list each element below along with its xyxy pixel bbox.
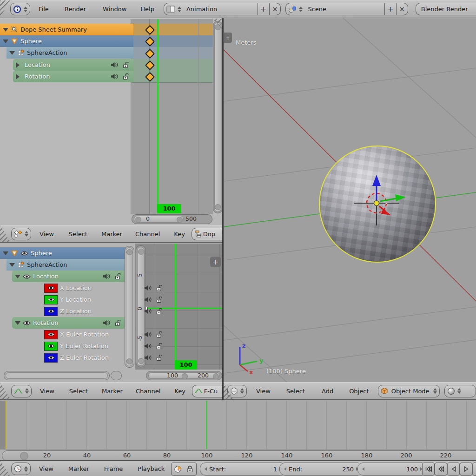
zoom-handle-dot[interactable] <box>177 217 183 223</box>
visibility-eye-icon[interactable] <box>47 297 55 302</box>
stepper-arrows[interactable] <box>299 7 303 12</box>
graph-channels-v-scrollbar[interactable] <box>125 246 134 368</box>
collapse-triangle-icon[interactable] <box>15 275 20 278</box>
channel-rotation-group[interactable]: Rotation <box>12 317 127 329</box>
auto-keyframe-button[interactable] <box>171 463 185 476</box>
viewport-3d[interactable]: z y x + Meters (100) Sphere <box>224 17 476 382</box>
zoom-handle-dot[interactable] <box>138 249 144 255</box>
end-frame-field[interactable]: End: 250 <box>279 463 363 476</box>
add-scene-button[interactable]: + <box>384 3 397 15</box>
toolshelf-expand-tab[interactable]: + <box>224 33 232 43</box>
menu-select[interactable]: Select <box>285 388 306 395</box>
menu-view[interactable]: View <box>255 388 271 395</box>
start-frame-field[interactable]: Start: 1 <box>200 463 286 476</box>
channel-color-swatch[interactable] <box>44 353 58 363</box>
editor-resize-corner[interactable] <box>0 225 10 242</box>
mute-speaker-icon[interactable] <box>144 285 152 291</box>
unlock-icon[interactable] <box>156 331 163 338</box>
add-region-button[interactable]: + <box>210 257 221 267</box>
channel-color-swatch[interactable] <box>44 295 58 304</box>
visibility-eye-icon[interactable] <box>47 285 55 291</box>
unlock-icon[interactable] <box>156 355 163 361</box>
stepper-arrows[interactable] <box>178 7 181 12</box>
collapse-triangle-icon[interactable] <box>3 28 8 32</box>
current-frame-line[interactable] <box>206 401 207 449</box>
channel-sphere[interactable]: Sphere <box>0 35 133 47</box>
scrollbar-handle[interactable] <box>214 22 221 212</box>
unlock-icon[interactable] <box>115 273 122 280</box>
menu-view[interactable]: View <box>39 388 55 395</box>
channel-z-location[interactable]: Z Location <box>0 305 169 317</box>
mute-speaker-icon[interactable] <box>144 297 152 303</box>
dopesheet-key-area[interactable]: 100 <box>131 19 213 214</box>
stepper-arrows[interactable] <box>457 388 461 394</box>
add-layout-button[interactable]: + <box>258 3 270 15</box>
delete-layout-button[interactable]: × <box>270 3 281 15</box>
mute-speaker-icon[interactable] <box>111 73 118 79</box>
dopesheet-h-scrollbar[interactable]: 0 500 <box>132 214 212 224</box>
visibility-eye-icon[interactable] <box>23 274 31 279</box>
menu-help[interactable]: Help <box>139 6 155 13</box>
editor-type-dropdown-timeline[interactable] <box>11 463 31 475</box>
stepper-arrows[interactable] <box>25 231 28 237</box>
viewport-shading-selector[interactable] <box>444 385 476 397</box>
visibility-eye-icon[interactable] <box>47 344 55 349</box>
play-reverse-button[interactable] <box>447 463 460 476</box>
unlock-icon[interactable] <box>123 62 130 68</box>
menu-key[interactable]: Key <box>173 231 186 238</box>
visibility-eye-icon[interactable] <box>47 309 55 314</box>
collapse-triangle-icon[interactable] <box>9 51 15 55</box>
zoom-handle-dot[interactable] <box>182 373 188 379</box>
dopesheet-v-scrollbar[interactable] <box>213 21 223 213</box>
channel-sphereaction[interactable]: SphereAction <box>7 47 133 59</box>
visibility-eye-icon[interactable] <box>47 332 55 337</box>
collapse-triangle-icon[interactable] <box>9 263 15 267</box>
decrement-arrow-icon[interactable] <box>205 467 207 471</box>
channel-color-swatch[interactable] <box>44 307 58 316</box>
menu-select[interactable]: Select <box>68 231 88 238</box>
graph-mode-dropdown[interactable]: F-Cu <box>192 385 222 397</box>
scene-selector[interactable]: Scene <box>285 3 384 15</box>
keyframe-line[interactable] <box>6 401 7 449</box>
scrollbar-handle[interactable] <box>126 247 133 366</box>
keying-set-lock-button[interactable] <box>184 463 197 476</box>
decrement-arrow-icon[interactable] <box>362 467 364 471</box>
graph-channels-h-scrollbar[interactable] <box>4 371 110 380</box>
menu-file[interactable]: File <box>38 6 50 13</box>
channel-rotation[interactable]: Rotation <box>13 71 133 82</box>
visibility-eye-icon[interactable] <box>23 320 31 326</box>
channel-color-swatch[interactable] <box>44 342 58 351</box>
menu-marker[interactable]: Marker <box>67 465 90 472</box>
menu-select[interactable]: Select <box>68 388 89 395</box>
menu-view[interactable]: View <box>38 465 54 472</box>
play-button[interactable] <box>460 463 472 476</box>
jump-next-keyframe-button[interactable] <box>472 463 476 476</box>
editor-type-dropdown-info[interactable] <box>10 3 30 15</box>
editor-resize-corner[interactable] <box>0 461 10 476</box>
channel-sphere[interactable]: Sphere <box>0 247 127 259</box>
channel-x-euler-rotation[interactable]: X Euler Rotation <box>0 329 169 340</box>
scrollbar-handle[interactable] <box>134 216 184 223</box>
decrement-arrow-icon[interactable] <box>284 467 286 471</box>
menu-key[interactable]: Key <box>173 388 186 395</box>
menu-window[interactable]: Window <box>102 6 127 13</box>
current-frame-field[interactable]: 100 <box>357 463 427 476</box>
timeline-editor[interactable]: 20 40 60 80 100 120 140 160 180 200 220 <box>0 399 476 461</box>
graph-h-scrollbar[interactable]: 100 200 <box>146 371 222 380</box>
channel-sphereaction[interactable]: SphereAction <box>7 259 127 271</box>
menu-object[interactable]: Object <box>348 388 370 395</box>
menu-channel[interactable]: Channel <box>135 388 161 395</box>
expand-triangle-icon[interactable] <box>16 62 20 68</box>
screen-layout-selector[interactable]: Animation <box>164 3 258 15</box>
mute-speaker-icon[interactable] <box>103 273 110 279</box>
zoom-handle-dot[interactable] <box>135 217 141 223</box>
mute-speaker-icon[interactable] <box>103 320 110 326</box>
channel-y-euler-rotation[interactable]: Y Euler Rotation <box>0 340 169 352</box>
mute-speaker-icon[interactable] <box>144 355 152 361</box>
scrollbar-handle[interactable] <box>6 372 108 379</box>
stepper-arrows[interactable] <box>25 388 29 394</box>
jump-prev-keyframe-button[interactable] <box>435 463 447 476</box>
unlock-icon[interactable] <box>156 343 163 350</box>
channel-dope-sheet-summary[interactable]: Dope Sheet Summary <box>0 24 133 35</box>
menu-marker[interactable]: Marker <box>101 388 124 395</box>
